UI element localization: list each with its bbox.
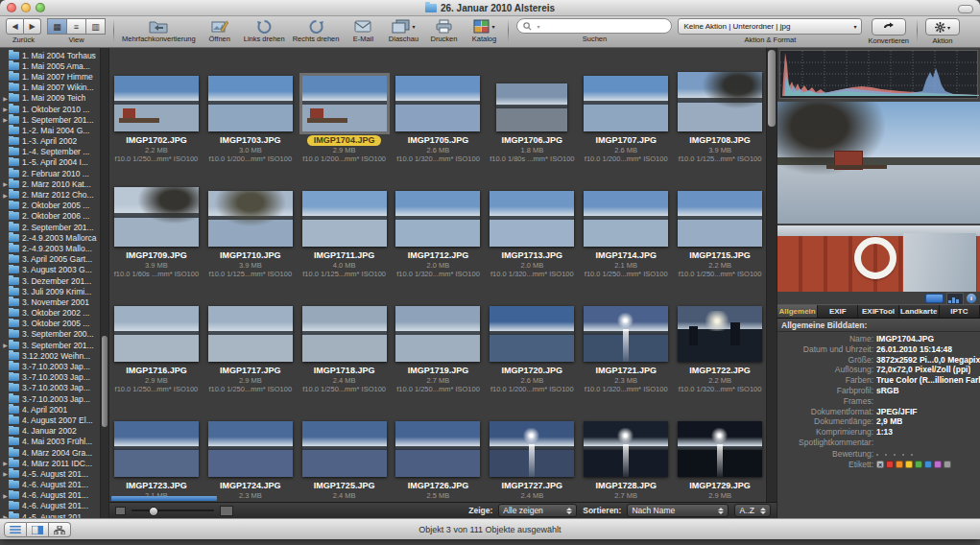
tab-exif[interactable]: EXIF — [818, 305, 858, 318]
sidebar-item[interactable]: ▶2. März 2012 Cho... — [2, 189, 101, 200]
thumbnail-cell[interactable]: IMGP1719.JPG2.7 MBf10.0 1/250...mm* ISO1… — [392, 280, 486, 395]
photo-thumbnail[interactable] — [678, 191, 762, 247]
label-color-swatch[interactable] — [924, 461, 932, 468]
zoom-button[interactable] — [36, 3, 45, 12]
photo-thumbnail[interactable] — [208, 421, 293, 477]
sidebar-item[interactable]: 2.-4.9.2003 Mallorca — [2, 232, 101, 243]
label-color-swatch[interactable] — [934, 461, 942, 468]
thumbnail-filename[interactable]: IMGP1712.JPG — [408, 250, 469, 261]
thumbnail-cell[interactable]: IMGP1705.JPG2.6 MBf10.0 1/320...mm* ISO1… — [392, 50, 486, 165]
email-button[interactable]: E-Mail — [347, 18, 379, 43]
disclosure-triangle-icon[interactable]: ▶ — [2, 95, 9, 102]
thumbnail-filename[interactable]: IMGP1708.JPG — [689, 135, 751, 146]
disclosure-triangle-icon[interactable]: ▶ — [2, 180, 9, 187]
photo-thumbnail[interactable] — [208, 306, 293, 362]
thumbnail-cell[interactable]: IMGP1718.JPG2.4 MBf10.0 1/250...mm* ISO1… — [298, 280, 392, 395]
aktion-format-popup[interactable]: Keine Aktion | Unterordner | jpg ▾ — [678, 18, 862, 35]
sidebar-item[interactable]: 1. Mai 2005 Ama... — [2, 60, 101, 71]
sidebar-item[interactable]: ▶1. Oktober 2010 ... — [2, 104, 101, 114]
format-badge-icon[interactable] — [925, 294, 944, 303]
sidebar-item[interactable]: ▶4.-5. August 201... — [2, 468, 101, 479]
thumbnail-filename[interactable]: IMGP1726.JPG — [408, 481, 469, 491]
sidebar-item[interactable]: 3.-7.10.2003 Jap... — [2, 372, 101, 383]
tab-landkarte[interactable]: Landkarte — [899, 305, 940, 318]
sidebar-item[interactable]: ▶2. März 2010 Kat... — [2, 178, 101, 189]
thumbnail-cell[interactable]: IMGP1725.JPG2.4 MBf10.0 1/320...mm* ISO1… — [298, 395, 392, 510]
zeige-popup[interactable]: Alle zeigen — [498, 504, 577, 517]
sidebar-item[interactable]: 4.-6. August 201... — [2, 480, 101, 490]
disclosure-triangle-icon[interactable]: ▶ — [2, 116, 9, 123]
sidebar-item[interactable]: 1. Mai 2004 Torhaus — [2, 50, 101, 60]
search-input[interactable]: ▾ — [516, 18, 672, 34]
sidebar-item[interactable]: 4. Mai 2003 Frühl... — [2, 437, 101, 447]
sidebar-item[interactable]: 3.-7.10.2003 Jap... — [2, 383, 101, 393]
photo-thumbnail[interactable] — [490, 191, 574, 247]
sidebar-item[interactable]: ▶3. September 201... — [2, 340, 101, 350]
disclosure-triangle-icon[interactable]: ▶ — [2, 192, 9, 199]
thumbnail-filename[interactable]: IMGP1723.JPG — [126, 481, 187, 491]
thumbnail-filename[interactable]: IMGP1713.JPG — [502, 250, 563, 261]
sidebar-item[interactable]: 4. Januar 2002 — [2, 426, 101, 437]
sidebar-scrollbar[interactable] — [100, 48, 108, 518]
sidebar-item[interactable]: 3.-7.10.2003 Jap... — [2, 393, 101, 404]
photo-thumbnail[interactable] — [490, 421, 574, 477]
sidebar-item[interactable]: 3.-7.10.2003 Jap... — [2, 361, 101, 371]
thumbnail-filename[interactable]: IMGP1707.JPG — [595, 135, 657, 146]
photo-thumbnail[interactable] — [678, 421, 762, 477]
tab-allgemein[interactable]: Allgemein — [777, 305, 818, 318]
sidebar-item[interactable]: 1. Mai 2007 Wikin... — [2, 83, 101, 93]
thumbnail-filename[interactable]: IMGP1728.JPG — [595, 481, 657, 491]
rating-dots[interactable] — [876, 449, 913, 460]
preview-image-large[interactable] — [777, 102, 980, 224]
photo-thumbnail[interactable] — [208, 191, 293, 247]
drucken-button[interactable]: Drucken — [427, 18, 460, 43]
photo-thumbnail[interactable] — [114, 76, 199, 131]
thumbnail-filename[interactable]: IMGP1719.JPG — [408, 366, 469, 376]
photo-thumbnail[interactable] — [395, 421, 480, 477]
thumbnail-filename[interactable]: IMGP1716.JPG — [126, 366, 187, 376]
aktion-button[interactable]: ▾ — [925, 18, 960, 36]
sidebar-item[interactable]: ▶4. März 2011 IDC... — [2, 458, 101, 468]
thumbnail-filename[interactable]: IMGP1703.JPG — [220, 135, 281, 146]
sidebar-item[interactable]: 2. Oktober 2005 ... — [2, 201, 101, 211]
thumbnail-cell[interactable]: IMGP1717.JPG2.9 MBf10.0 1/250...mm* ISO1… — [203, 280, 298, 395]
thumbnail-filename[interactable]: IMGP1706.JPG — [502, 135, 563, 146]
thumbnail-filename[interactable]: IMGP1725.JPG — [314, 481, 375, 491]
toolbar-toggle-widget[interactable] — [958, 5, 973, 13]
konvertieren-button[interactable] — [872, 18, 906, 36]
sidebar-item[interactable]: ▶4.-6. August 201... — [2, 490, 101, 501]
photo-thumbnail[interactable] — [678, 72, 762, 131]
thumbnail-cell[interactable]: IMGP1720.JPG2.6 MBf10.0 1/200...mm* ISO1… — [485, 280, 579, 395]
disclosure-triangle-icon[interactable]: ▶ — [2, 492, 9, 499]
thumbnail-filename[interactable]: IMGP1724.JPG — [220, 481, 281, 491]
sidebar-item[interactable]: 4.-6. August 201... — [2, 501, 101, 511]
thumbnail-cell[interactable]: IMGP1729.JPG2.9 MBf10.0 1/320...mm* ISO1… — [673, 395, 767, 510]
thumbnail-cell[interactable]: IMGP1704.JPG2.9 MBf10.0 1/200...mm* ISO1… — [298, 50, 392, 165]
photo-thumbnail[interactable] — [584, 421, 668, 477]
disclosure-triangle-icon[interactable]: ▶ — [2, 342, 9, 348]
thumbnail-cell[interactable]: IMGP1709.JPG3.9 MBf10.0 1/60s ...mm* ISO… — [109, 165, 203, 280]
disclosure-triangle-icon[interactable]: ▶ — [2, 470, 9, 477]
photo-thumbnail[interactable] — [395, 306, 480, 362]
thumbnail-filename[interactable]: IMGP1709.JPG — [126, 250, 187, 261]
thumbnail-filename[interactable]: IMGP1710.JPG — [220, 250, 281, 261]
links-drehen-button[interactable]: Links drehen — [244, 18, 285, 43]
thumbnail-cell[interactable]: IMGP1703.JPG3.0 MBf10.0 1/200...mm* ISO1… — [203, 50, 298, 165]
thumbnail-filename[interactable]: IMGP1702.JPG — [126, 135, 187, 146]
sort-order-popup[interactable]: A..Z — [734, 504, 771, 517]
thumbnail-cell[interactable]: IMGP1721.JPG2.3 MBf10.0 1/320...mm* ISO1… — [579, 280, 673, 395]
view-list-button[interactable]: ≡ — [67, 18, 86, 35]
sidebar-item[interactable]: 2. Februar 2010 ... — [2, 168, 101, 178]
minimize-button[interactable] — [21, 3, 31, 12]
sidebar-item[interactable]: 3. Oktober 2005 ... — [2, 319, 101, 329]
disclosure-triangle-icon[interactable]: ▶ — [2, 460, 9, 466]
katalog-button[interactable]: ▾Katalog — [467, 18, 500, 43]
photo-thumbnail[interactable] — [584, 76, 668, 131]
list-view-button[interactable] — [4, 522, 27, 537]
sidebar-item[interactable]: 2. Oktober 2006 ... — [2, 211, 101, 222]
thumbnail-filename[interactable]: IMGP1717.JPG — [220, 366, 281, 376]
rechts-drehen-button[interactable]: Rechts drehen — [293, 18, 340, 43]
photo-thumbnail[interactable] — [302, 421, 387, 477]
thumbnail-filename[interactable]: IMGP1715.JPG — [689, 250, 751, 261]
sidebar-item[interactable]: 3.12.2002 Weihn... — [2, 350, 101, 361]
